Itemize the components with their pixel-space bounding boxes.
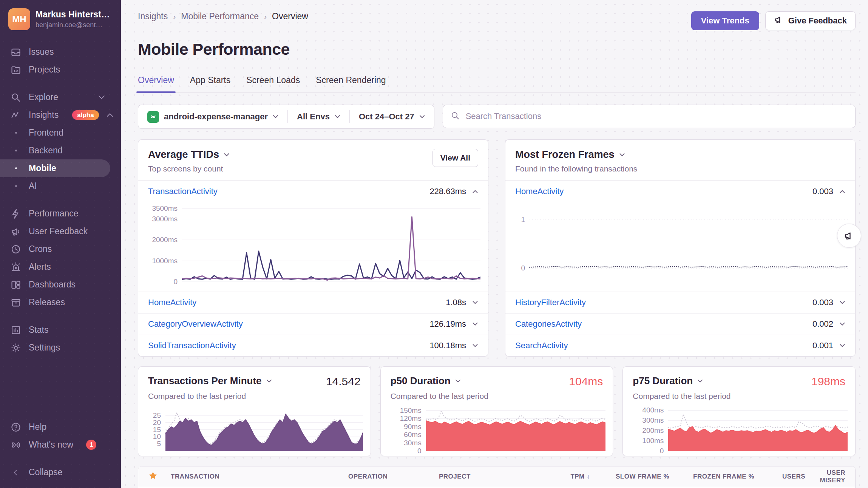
sidebar-item-projects[interactable]: Projects: [0, 61, 110, 79]
chevron-down-icon: [266, 379, 272, 383]
nav-spacer: [0, 311, 121, 321]
chart-canvas: [146, 204, 480, 288]
list-item: SolidTransactionActivity 100.18ms: [138, 335, 488, 356]
page-title: Mobile Performance: [138, 40, 856, 59]
sort-desc-icon: ↓: [587, 473, 590, 480]
view-all-button[interactable]: View All: [432, 149, 478, 167]
sidebar-item-ai[interactable]: AI: [0, 177, 110, 195]
issues-icon: [11, 47, 21, 57]
y-axis-tick-label: 60ms: [388, 431, 422, 439]
transaction-link[interactable]: SearchActivity: [515, 341, 568, 351]
p75-title-dropdown[interactable]: p75 Duration: [633, 375, 703, 387]
tab-screen-loads[interactable]: Screen Loads: [246, 75, 300, 92]
col-frozen-frame[interactable]: FROZEN FRAME %: [669, 473, 754, 480]
sidebar-item-releases[interactable]: Releases: [0, 293, 110, 311]
sidebar-item-explore[interactable]: Explore: [0, 88, 110, 106]
sidebar-item-backend[interactable]: Backend: [0, 142, 110, 159]
sidebar-item-crons[interactable]: Crons: [0, 240, 110, 258]
tab-app-starts[interactable]: App Starts: [190, 75, 230, 92]
cards-row-2: Transactions Per Minute 14.542 Compared …: [138, 366, 856, 456]
col-users[interactable]: USERS: [754, 473, 805, 480]
list-item: HomeActivity 1.08s: [138, 292, 488, 313]
bullet-icon: [11, 185, 21, 187]
project-selector[interactable]: android-expense-manager: [138, 110, 287, 123]
col-operation[interactable]: OPERATION: [348, 473, 439, 480]
p50-title-dropdown[interactable]: p50 Duration: [391, 375, 461, 387]
sidebar-item-stats[interactable]: Stats: [0, 321, 110, 339]
environment-selector[interactable]: All Envs: [287, 110, 349, 123]
tpm-title-dropdown[interactable]: Transactions Per Minute: [148, 375, 272, 387]
frozen-frames-chart: 10: [513, 204, 848, 288]
sidebar-item-insights[interactable]: Insights alpha: [0, 106, 110, 124]
topbar: Insights › Mobile Performance › Overview…: [138, 0, 856, 30]
list-item: SearchActivity 0.001: [505, 335, 855, 356]
transaction-link[interactable]: CategoriesActivity: [515, 319, 582, 329]
chevron-down-icon: [697, 379, 703, 383]
sidebar-item-label: Performance: [29, 208, 79, 219]
chevron-down-icon[interactable]: [472, 322, 478, 326]
row-value: 0.002: [812, 319, 833, 329]
chevron-down-icon[interactable]: [472, 344, 478, 347]
give-feedback-button[interactable]: Give Feedback: [765, 11, 856, 30]
star-header-icon[interactable]: [148, 471, 171, 483]
floating-feedback-button[interactable]: [837, 224, 861, 248]
chevron-up-icon[interactable]: [839, 190, 845, 193]
projects-icon: [11, 65, 21, 75]
breadcrumb-mobile-performance[interactable]: Mobile Performance: [181, 11, 259, 22]
transaction-link[interactable]: HomeActivity: [148, 298, 196, 307]
tab-screen-rendering[interactable]: Screen Rendering: [316, 75, 386, 92]
p75-value: 198ms: [811, 375, 845, 388]
transaction-link[interactable]: HomeActivity: [515, 187, 564, 196]
chevron-down-icon[interactable]: [839, 322, 845, 326]
chevron-down-icon[interactable]: [472, 301, 478, 304]
sidebar-item-frontend[interactable]: Frontend: [0, 124, 110, 142]
breadcrumb-separator: ›: [264, 12, 267, 21]
sidebar-item-settings[interactable]: Settings: [0, 339, 110, 357]
transaction-link[interactable]: HistoryFilterActivity: [515, 298, 586, 307]
col-user-misery[interactable]: USER MISERY: [805, 469, 845, 484]
sidebar-item-mobile[interactable]: Mobile: [0, 159, 110, 177]
view-trends-button[interactable]: View Trends: [691, 11, 759, 30]
chevron-down-icon: [98, 95, 105, 99]
chevron-left-icon: [11, 467, 21, 478]
y-axis-tick-label: 1000ms: [146, 257, 178, 265]
chevron-down-icon[interactable]: [839, 344, 845, 347]
alpha-badge: alpha: [72, 110, 99, 120]
sidebar-item-label: Releases: [29, 297, 65, 307]
chevron-down-icon[interactable]: [839, 301, 845, 304]
most-frozen-frames-title-dropdown[interactable]: Most Frozen Frames: [515, 149, 637, 161]
breadcrumb-insights[interactable]: Insights: [138, 11, 168, 22]
transaction-link[interactable]: CategoryOverviewActivity: [148, 319, 243, 329]
y-axis-tick-label: 120ms: [388, 414, 422, 423]
sidebar-item-performance[interactable]: Performance: [0, 205, 110, 222]
list-item: CategoriesActivity 0.002: [505, 313, 855, 335]
releases-icon: [11, 297, 21, 308]
search-input[interactable]: [465, 111, 848, 122]
col-tpm-sorted[interactable]: TPM ↓: [533, 473, 590, 480]
p50-chart: 150ms120ms90ms60ms30ms0: [388, 406, 605, 452]
help-icon: [11, 422, 21, 432]
tab-overview[interactable]: Overview: [138, 75, 174, 92]
sidebar-item-help[interactable]: Help: [0, 418, 110, 436]
sidebar-item-collapse[interactable]: Collapse: [0, 463, 110, 481]
chart-canvas: [146, 406, 363, 452]
list-item: HomeActivity 0.003: [505, 181, 855, 202]
y-axis-tick-label: 1: [513, 216, 525, 224]
col-transaction[interactable]: TRANSACTION: [171, 473, 348, 480]
sidebar-item-user-feedback[interactable]: User Feedback: [0, 222, 110, 240]
sidebar-item-issues[interactable]: Issues: [0, 43, 110, 61]
sidebar-item-whats-new[interactable]: What's new 1: [0, 436, 110, 454]
user-menu[interactable]: MH Markus Hinterst… benjamin.coe@sent…: [0, 8, 121, 30]
col-project[interactable]: PROJECT: [439, 473, 533, 480]
transaction-link[interactable]: TransactionActivity: [148, 187, 218, 196]
transaction-link[interactable]: SolidTransactionActivity: [148, 341, 236, 351]
date-range-selector[interactable]: Oct 24–Oct 27: [349, 110, 434, 123]
chevron-up-icon[interactable]: [472, 190, 478, 193]
sidebar-item-dashboards[interactable]: Dashboards: [0, 276, 110, 293]
avatar: MH: [8, 8, 30, 30]
col-slow-frame[interactable]: SLOW FRAME %: [590, 473, 669, 480]
y-axis-tick-label: 400ms: [630, 406, 664, 414]
average-ttids-title-dropdown[interactable]: Average TTIDs: [148, 149, 230, 161]
sidebar-item-alerts[interactable]: Alerts: [0, 258, 110, 276]
chevron-up-icon: [107, 113, 113, 117]
